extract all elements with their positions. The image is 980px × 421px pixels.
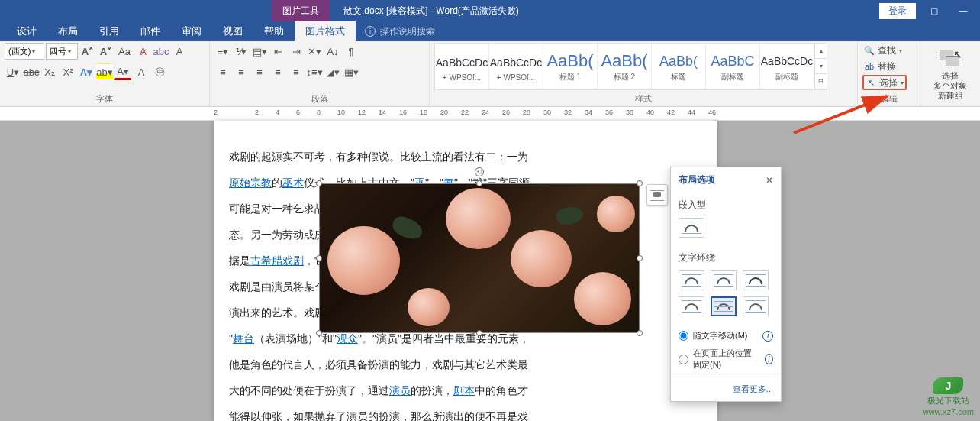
text-effects-icon[interactable]: A▾ [78, 63, 95, 80]
subscript-icon[interactable]: X₂ [41, 63, 58, 80]
phonetic-guide-icon[interactable]: abc [153, 43, 169, 60]
lightbulb-icon: i [365, 26, 376, 37]
style-item[interactable]: AaBbC副标题 [706, 44, 760, 89]
wrap-square-button[interactable] [679, 270, 704, 290]
superscript-icon[interactable]: X² [60, 63, 76, 80]
shrink-font-icon[interactable]: A˅ [98, 43, 114, 60]
styles-gallery-more[interactable]: ▴▾⊟ [814, 44, 827, 89]
show-hide-icon[interactable]: ¶ [343, 43, 359, 60]
line-spacing-icon[interactable]: ↕≡▾ [306, 63, 323, 80]
resize-handle[interactable] [637, 255, 643, 261]
highlight-icon[interactable]: ab▾ [96, 63, 113, 80]
login-button[interactable]: 登录 [879, 3, 916, 19]
link[interactable]: 观众 [337, 332, 358, 345]
tab-layout[interactable]: 布局 [47, 21, 89, 41]
document-body[interactable]: 戏剧的起源实不可考，有多种假说。比较主流的看法有二：一为 原始宗教的巫术仪式，比… [229, 144, 702, 421]
document-title: 散文.docx [兼容模式] - Word(产品激活失败) [343, 5, 519, 18]
layout-options-title: 布局选项 [679, 173, 715, 186]
link[interactable]: 巫术 [282, 176, 304, 189]
wrap-inline-button[interactable] [679, 218, 704, 238]
strikethrough-icon[interactable]: abc [23, 63, 40, 80]
numbering-icon[interactable]: ⅟▾ [233, 43, 250, 60]
borders-icon[interactable]: ▦▾ [343, 63, 359, 80]
bullets-icon[interactable]: ≡▾ [214, 43, 231, 60]
distribute-icon[interactable]: ≡ [288, 63, 305, 80]
horizontal-ruler[interactable]: 2246810121416182022242628303234363840424… [214, 107, 713, 121]
resize-handle[interactable] [316, 255, 322, 261]
resize-handle[interactable] [637, 330, 643, 336]
align-left-icon[interactable]: ≡ [214, 63, 231, 80]
wrap-through-button[interactable] [743, 270, 769, 290]
tab-design[interactable]: 设计 [6, 21, 47, 41]
link[interactable]: 原始宗教 [229, 176, 272, 189]
grow-font-icon[interactable]: A˄ [79, 43, 96, 60]
align-center-icon[interactable]: ≡ [233, 63, 250, 80]
underline-icon[interactable]: U▾ [5, 63, 21, 80]
character-shading-icon[interactable]: A [133, 63, 150, 80]
shading-icon[interactable]: ◢▾ [324, 63, 341, 80]
close-icon[interactable]: ✕ [766, 175, 773, 186]
tab-references[interactable]: 引用 [89, 21, 130, 41]
enclose-characters-icon[interactable]: ㊥ [151, 63, 168, 80]
style-item[interactable]: AaBbCcDc+ WPSOf... [435, 44, 489, 89]
replace-button[interactable]: ab替换 [862, 59, 898, 74]
tab-help[interactable]: 帮助 [253, 21, 295, 41]
justify-icon[interactable]: ≡ [269, 63, 286, 80]
styles-gallery[interactable]: AaBbCcDc+ WPSOf... AaBbCcDc+ WPSOf... Aa… [434, 43, 827, 90]
increase-indent-icon[interactable]: ⇥ [288, 43, 305, 60]
style-item[interactable]: AaBbCcDc副标题 [760, 44, 814, 89]
style-item[interactable]: AaBb(标题 2 [598, 44, 652, 89]
resize-handle[interactable] [476, 180, 482, 186]
font-size-combo[interactable]: 四号▾ [46, 43, 78, 60]
tell-me-search[interactable]: i 操作说明搜索 [365, 25, 435, 38]
see-more-link[interactable]: 查看更多... [671, 377, 781, 401]
decrease-indent-icon[interactable]: ⇤ [269, 43, 286, 60]
select-button[interactable]: ↖选择▾ [862, 75, 907, 90]
ruler-row: 2246810121416182022242628303234363840424… [0, 107, 980, 121]
info-icon[interactable]: i [762, 331, 773, 342]
wrap-tight-button[interactable] [711, 270, 737, 290]
clear-formatting-icon[interactable]: A̷ [134, 43, 151, 60]
find-button[interactable]: 🔍查找▾ [862, 43, 904, 58]
minimize-icon[interactable]: — [953, 3, 974, 18]
style-item[interactable]: AaBbCcDc+ WPSOf... [489, 44, 543, 89]
tab-view[interactable]: 视图 [212, 21, 253, 41]
rotate-handle-icon[interactable]: ⟲ [475, 167, 484, 176]
info-icon[interactable]: i [765, 354, 773, 364]
wrap-front-button[interactable] [743, 296, 769, 316]
document-page[interactable]: 戏剧的起源实不可考，有多种假说。比较主流的看法有二：一为 原始宗教的巫术仪式，比… [214, 121, 717, 421]
align-right-icon[interactable]: ≡ [251, 63, 268, 80]
resize-handle[interactable] [316, 180, 322, 186]
wrap-behind-button[interactable] [711, 296, 737, 316]
resize-handle[interactable] [316, 330, 322, 336]
tab-review[interactable]: 审阅 [171, 21, 212, 41]
link[interactable]: 古希腊戏剧 [250, 254, 304, 267]
select-objects-icon: ↖ [938, 48, 962, 70]
tab-picture-format[interactable]: 图片格式 [295, 21, 356, 41]
fix-position-radio[interactable]: 在页面上的位置固定(N)i [679, 345, 773, 374]
font-group-label: 字体 [5, 92, 205, 106]
link[interactable]: 舞台 [233, 332, 254, 345]
font-color-icon[interactable]: A▾ [114, 63, 131, 80]
move-with-text-radio[interactable]: 随文字移动(M)i [679, 327, 773, 345]
link[interactable]: 演员 [389, 384, 411, 397]
style-item[interactable]: AaBb(标题 1 [543, 44, 598, 89]
wrap-topbottom-button[interactable] [679, 296, 704, 316]
multilevel-list-icon[interactable]: ▤▾ [251, 43, 268, 60]
font-name-combo[interactable]: (西文)▾ [5, 43, 44, 60]
layout-options-button[interactable] [646, 184, 668, 206]
style-item[interactable]: AaBb(标题 [652, 44, 706, 89]
select-objects-group[interactable]: ↖ 选择 多个对象 新建组 [920, 41, 980, 106]
tab-mailings[interactable]: 邮件 [130, 21, 171, 41]
resize-handle[interactable] [637, 180, 643, 186]
link[interactable]: 剧本 [453, 384, 475, 397]
document-area: 戏剧的起源实不可考，有多种假说。比较主流的看法有二：一为 原始宗教的巫术仪式，比… [0, 121, 980, 421]
ribbon-display-options-icon[interactable]: ▢ [924, 3, 945, 18]
asian-layout-icon[interactable]: ✕▾ [306, 43, 323, 60]
resize-handle[interactable] [476, 330, 482, 336]
character-border-icon[interactable]: A [171, 43, 188, 60]
change-case-icon[interactable]: Aa [116, 43, 133, 60]
selected-image-object[interactable]: ⟲ [319, 183, 640, 333]
title-bar: 图片工具 散文.docx [兼容模式] - Word(产品激活失败) 登录 ▢ … [0, 0, 980, 21]
sort-icon[interactable]: A↓ [324, 43, 341, 60]
